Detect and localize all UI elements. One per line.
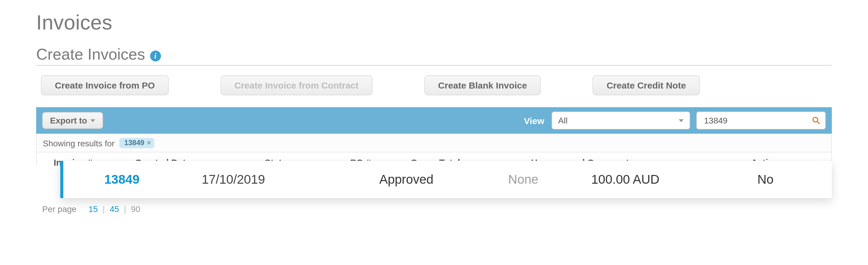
separator: | [124, 204, 126, 214]
export-to-dropdown[interactable]: Export to [42, 112, 103, 129]
results-prefix: Showing results for [43, 138, 115, 148]
search-icon[interactable] [812, 116, 820, 125]
cell-po-number: None [508, 172, 591, 187]
cell-status: Approved [379, 172, 508, 187]
view-label: View [524, 115, 544, 126]
search-input[interactable] [703, 115, 807, 126]
separator: | [103, 204, 105, 214]
cell-invoice-number[interactable]: 13849 [104, 172, 202, 187]
results-filter-bar: Showing results for 13849 × [36, 134, 832, 153]
search-input-wrap[interactable] [696, 111, 826, 130]
chevron-down-icon [679, 119, 684, 122]
create-blank-invoice-button[interactable]: Create Blank Invoice [424, 75, 541, 95]
svg-line-1 [817, 122, 819, 124]
per-page-90[interactable]: 90 [131, 204, 140, 214]
section-header: Create Invoices i [36, 45, 832, 66]
export-to-label: Export to [50, 115, 87, 125]
cell-gross-total: 100.00 AUD [591, 172, 757, 187]
create-credit-note-button[interactable]: Create Credit Note [593, 75, 700, 95]
view-filter-selected: All [558, 115, 567, 125]
filter-chip-value: 13849 [124, 138, 144, 147]
cell-created-date: 17/10/2019 [202, 172, 379, 187]
per-page-45[interactable]: 45 [110, 204, 119, 214]
pagination: Per page 15 | 45 | 90 [36, 204, 832, 214]
create-invoice-from-contract-button: Create Invoice from Contract [221, 75, 373, 95]
per-page-15[interactable]: 15 [88, 204, 98, 214]
create-actions-row: Create Invoice from PO Create Invoice fr… [36, 75, 832, 95]
create-invoice-from-po-button[interactable]: Create Invoice from PO [41, 75, 169, 95]
view-filter-select[interactable]: All [552, 111, 690, 130]
table-toolbar: Export to View All [36, 107, 832, 134]
section-subtitle: Create Invoices [36, 45, 145, 64]
info-icon[interactable]: i [150, 50, 161, 61]
cell-unanswered: No [757, 172, 832, 187]
per-page-label: Per page [42, 204, 76, 214]
table-row[interactable]: 13849 17/10/2019 Approved None 100.00 AU… [60, 161, 832, 198]
filter-chip: 13849 × [119, 138, 155, 148]
chevron-down-icon [91, 119, 96, 122]
close-icon[interactable]: × [147, 138, 151, 147]
page-title: Invoices [36, 11, 832, 34]
